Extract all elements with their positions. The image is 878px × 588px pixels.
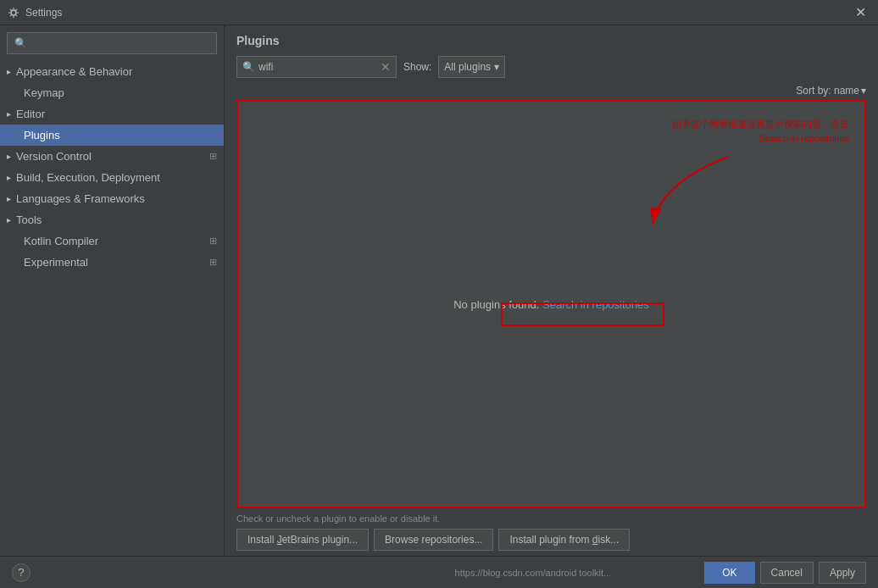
sidebar-item-label: Version Control (16, 150, 206, 163)
plugin-search-icon: 🔍 (242, 61, 255, 73)
bottom-bar: Check or uncheck a plugin to enable or d… (225, 508, 878, 556)
sidebar-item-version-control[interactable]: ▸ Version Control ⊞ (0, 146, 224, 167)
sidebar-item-kotlin[interactable]: Kotlin Compiler ⊞ (0, 230, 224, 252)
footer-status: https://blog.csdn.com/android toolkit... (350, 568, 700, 578)
sidebar-item-label: Editor (16, 108, 217, 120)
sidebar-item-label: Keymap (24, 86, 217, 99)
plugin-search-input[interactable] (258, 61, 377, 73)
apply-button[interactable]: Apply (819, 562, 866, 584)
expand-arrow-icon: ▸ (7, 109, 11, 119)
sort-arrow-icon: ▾ (861, 85, 866, 97)
sort-button[interactable]: Sort by: name ▾ (796, 85, 866, 97)
window-title: Settings (25, 7, 62, 19)
sidebar-item-keymap[interactable]: Keymap (0, 82, 224, 103)
sidebar-item-appearance[interactable]: ▸ Appearance & Behavior (0, 61, 224, 82)
sidebar-item-tools[interactable]: ▸ Tools (0, 209, 224, 230)
annotation-text: 如果这个列表框里没有显示搜索内容，点击 Search in repositori… (672, 117, 849, 145)
show-dropdown-value: All plugins (444, 61, 491, 73)
expand-arrow-icon: ▸ (7, 67, 11, 76)
sidebar-item-languages[interactable]: ▸ Languages & Frameworks (0, 188, 224, 209)
sort-label: Sort by: name (796, 85, 859, 97)
plugin-search-box[interactable]: 🔍 ✕ (236, 56, 397, 78)
sidebar: 🔍 ▸ Appearance & Behavior Keymap ▸ Edito… (0, 25, 225, 556)
plugin-toolbar: 🔍 ✕ Show: All plugins ▾ (225, 53, 878, 81)
ok-button[interactable]: OK (704, 562, 754, 584)
no-plugins-message: No plugins found. Search in repositories (453, 298, 649, 311)
browse-repositories-button[interactable]: Browse repositories... (374, 529, 493, 551)
sidebar-item-experimental[interactable]: Experimental ⊞ (0, 252, 224, 273)
expand-arrow-icon: ▸ (7, 152, 11, 161)
sidebar-search[interactable]: 🔍 (0, 25, 224, 61)
sidebar-item-editor[interactable]: ▸ Editor (0, 103, 224, 125)
expand-arrow-icon: ▸ (7, 215, 11, 225)
search-in-repositories-link[interactable]: Search in repositories (542, 298, 649, 311)
sidebar-item-plugins[interactable]: Plugins (0, 125, 224, 146)
right-panel: Plugins 🔍 ✕ Show: All plugins ▾ Sort by:… (225, 25, 878, 556)
install-jetbrains-button[interactable]: Install JetBrains plugin... (236, 529, 369, 551)
sidebar-item-build[interactable]: ▸ Build, Execution, Deployment (0, 167, 224, 188)
sidebar-item-label: Kotlin Compiler (24, 235, 206, 247)
sidebar-item-label: Languages & Frameworks (16, 192, 217, 205)
annotation-line2: Search in repositories (672, 131, 849, 146)
show-dropdown[interactable]: All plugins ▾ (438, 56, 505, 78)
browse-repositories-label: Browse repositories... (385, 534, 482, 546)
sidebar-items: ▸ Appearance & Behavior Keymap ▸ Editor … (0, 61, 224, 556)
dialog-footer: ? https://blog.csdn.com/android toolkit.… (0, 556, 878, 588)
expand-arrow-icon: ▸ (7, 173, 11, 182)
sidebar-item-label: Experimental (24, 256, 206, 269)
install-from-disk-label: Install plugin from disk... (509, 534, 619, 546)
ext-icon: ⊞ (209, 151, 217, 162)
ext-icon: ⊞ (209, 257, 217, 268)
sidebar-search-icon: 🔍 (14, 37, 27, 49)
main-content: 🔍 ▸ Appearance & Behavior Keymap ▸ Edito… (0, 25, 878, 556)
svg-point-0 (11, 10, 16, 15)
sidebar-item-label: Plugins (24, 129, 217, 141)
show-label: Show: (403, 61, 431, 73)
settings-window: Settings ✕ 🔍 ▸ Appearance & Behavior Key… (0, 0, 878, 588)
title-bar-left: Settings (7, 6, 62, 19)
ext-icon: ⊞ (209, 236, 217, 247)
install-jetbrains-label: Install JetBrains plugin... (247, 534, 358, 546)
sidebar-search-box[interactable]: 🔍 (7, 32, 217, 54)
plugin-list-area: No plugins found. Search in repositories… (236, 100, 866, 508)
annotation-arrow-svg (627, 148, 746, 241)
sidebar-item-label: Tools (16, 214, 217, 226)
sort-bar: Sort by: name ▾ (225, 81, 878, 100)
close-button[interactable]: ✕ (850, 3, 871, 22)
footer-left: ? (12, 563, 345, 582)
sidebar-item-label: Build, Execution, Deployment (16, 171, 217, 184)
panel-title: Plugins (225, 25, 878, 53)
clear-search-button[interactable]: ✕ (381, 60, 391, 74)
sidebar-item-label: Appearance & Behavior (16, 65, 217, 78)
settings-icon (7, 6, 20, 19)
expand-arrow-icon: ▸ (7, 194, 11, 203)
bottom-buttons: Install JetBrains plugin... Browse repos… (236, 529, 866, 551)
sidebar-search-input[interactable] (31, 37, 209, 49)
cancel-button[interactable]: Cancel (760, 562, 814, 584)
annotation-line1: 如果这个列表框里没有显示搜索内容，点击 (672, 117, 849, 131)
help-button[interactable]: ? (12, 563, 31, 582)
install-from-disk-button[interactable]: Install plugin from disk... (498, 529, 630, 551)
dropdown-arrow-icon: ▾ (494, 61, 499, 73)
no-plugins-text: No plugins found. (453, 298, 539, 311)
bottom-hint: Check or uncheck a plugin to enable or d… (236, 513, 866, 524)
title-bar: Settings ✕ (0, 0, 878, 25)
